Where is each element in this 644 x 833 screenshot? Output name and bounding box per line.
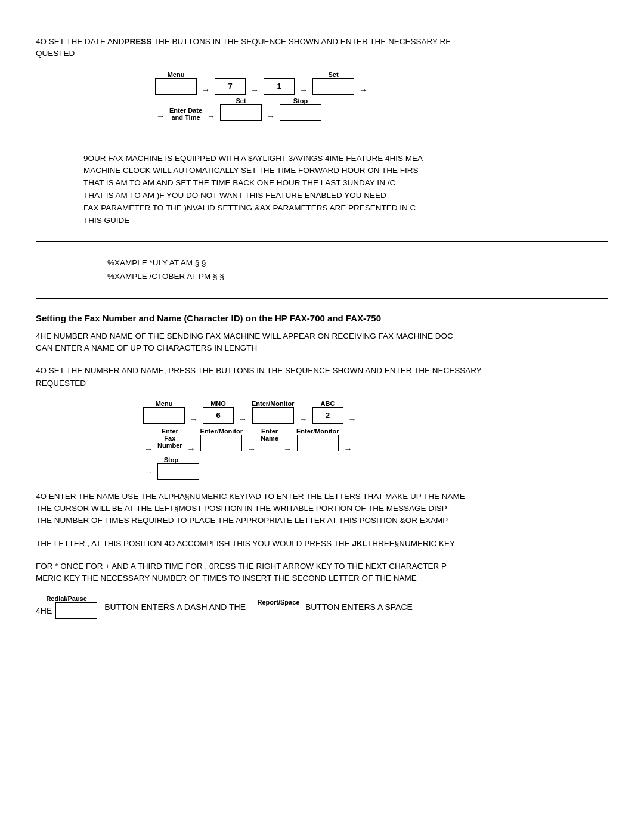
button-enters-dash: BUTTON ENTERS A DASH AND THE bbox=[104, 602, 246, 612]
daylight-line5: FAX PARAMETER TO THE )NVALID SETTING &AX… bbox=[83, 203, 416, 212]
fax-en-col: Enter Name bbox=[261, 428, 278, 442]
divider-2 bbox=[36, 241, 608, 242]
arrow-f9: → bbox=[344, 444, 352, 454]
stop-label: Stop bbox=[293, 97, 308, 104]
name-line5: FOR * ONCE FOR + AND A THIRD TIME FOR , … bbox=[36, 562, 447, 571]
arrow-4: → bbox=[359, 85, 367, 95]
fax-stop-col: Stop → bbox=[143, 456, 199, 480]
arrow-f1: → bbox=[190, 414, 198, 424]
seven-button[interactable]: 7 bbox=[215, 78, 246, 95]
set-button[interactable] bbox=[312, 78, 354, 95]
arrow-f8: → bbox=[283, 444, 292, 454]
intro-text: 4O SET THE DATE ANDPRESS THE BUTTONS IN … bbox=[36, 36, 608, 60]
arrow-6: → bbox=[207, 112, 215, 121]
fax-line3: 4O SET THE bbox=[36, 366, 82, 375]
daylight-block: 9OUR FAX MACHINE IS EQUIPPED WITH A $AYL… bbox=[36, 153, 608, 228]
fax-menu-label: Menu bbox=[156, 400, 173, 407]
fax-enter-label: Enter bbox=[162, 428, 178, 435]
sequence-row-1: Menu → 7 → 1 → Set → bbox=[155, 71, 608, 95]
arrow-f7: → bbox=[247, 444, 256, 454]
intro-line2: QUESTED bbox=[36, 49, 75, 58]
arrow-3: → bbox=[299, 85, 308, 95]
fax-menu-button[interactable] bbox=[143, 407, 185, 424]
divider-3 bbox=[36, 298, 608, 299]
arrow-f6: → bbox=[187, 444, 196, 454]
divider-1 bbox=[36, 138, 608, 138]
menu-col: Menu bbox=[155, 71, 197, 95]
name-line2: THE CURSOR WILL BE AT THE LEFT§MOST POSI… bbox=[36, 504, 447, 513]
arrow-5: → bbox=[156, 112, 165, 121]
fax-em-col: Enter/Monitor bbox=[252, 400, 295, 424]
fax-enter-name-label: Enter bbox=[261, 428, 278, 435]
intro-line1: 4O SET THE DATE AND bbox=[36, 37, 125, 46]
menu-button[interactable] bbox=[155, 78, 197, 95]
redial-button[interactable] bbox=[55, 602, 97, 619]
button-enters-text: BUTTON ENTERS A DASH AND THE bbox=[104, 602, 246, 612]
fax-line2: CAN ENTER A NAME OF UP TO CHARACTERS IN … bbox=[36, 343, 257, 352]
fax-fax-label: Fax bbox=[164, 435, 175, 442]
arrow-f10: → bbox=[144, 467, 153, 476]
name-entry-text3: FOR * ONCE FOR + AND A THIRD TIME FOR , … bbox=[36, 561, 608, 585]
fax-em-button[interactable] bbox=[252, 407, 294, 424]
redial-label: Redial/Pause bbox=[46, 595, 86, 602]
set2-col: Set bbox=[220, 97, 262, 121]
sequence-row-2: → Enter Date and Time → Set → Stop bbox=[155, 97, 608, 121]
arrow-f5: → bbox=[144, 444, 153, 454]
redial-col: Redial/Pause 4HE bbox=[36, 595, 97, 619]
fax-em3-button[interactable] bbox=[297, 435, 339, 451]
fax-name-label: Name bbox=[261, 435, 278, 442]
one-col: 1 bbox=[264, 78, 295, 95]
name-entry-text: 4O ENTER THE NAME USE THE ALPHA§NUMERIC … bbox=[36, 491, 608, 527]
fax-em2-button[interactable] bbox=[200, 435, 242, 451]
button-enters-space: BUTTON ENTERS A SPACE bbox=[305, 602, 413, 612]
set2-button[interactable] bbox=[220, 104, 262, 121]
enter-date-col: Enter Date and Time bbox=[169, 107, 202, 121]
arrow-f4: → bbox=[348, 414, 357, 424]
set-label-top: Set bbox=[328, 71, 338, 78]
example-line2: %XAMPLE /CTOBER AT PM § § bbox=[107, 270, 537, 284]
arrow-7: → bbox=[267, 112, 275, 121]
fax-enter-col: Enter Fax Number bbox=[157, 428, 182, 449]
fax-abc-label: ABC bbox=[321, 400, 335, 407]
fax-heading: Setting the Fax Number and Name (Charact… bbox=[36, 313, 608, 323]
fax-seq-row2: → Enter Fax Number → Enter/Monitor → Ent… bbox=[143, 428, 608, 454]
name-line6: MERIC KEY THE NECESSARY NUMBER OF TIMES … bbox=[36, 574, 417, 583]
redial-row: Redial/Pause 4HE BUTTON ENTERS A DASH AN… bbox=[36, 595, 608, 619]
intro-press: PRESS bbox=[125, 37, 152, 46]
arrow-f2: → bbox=[239, 414, 247, 424]
fax-desc-1: 4HE NUMBER AND NAME OF THE SENDING FAX M… bbox=[36, 330, 608, 355]
seven-col: 7 bbox=[215, 78, 246, 95]
fax-menu-col: Menu bbox=[143, 400, 185, 424]
fax-line4: REQUESTED bbox=[36, 379, 86, 388]
fax-two-button[interactable]: 2 bbox=[312, 407, 343, 424]
enter-date-label: Enter Date bbox=[169, 107, 202, 114]
examples-block: %XAMPLE *ULY AT AM § § %XAMPLE /CTOBER A… bbox=[36, 256, 608, 284]
fax-em2-col: Enter/Monitor bbox=[200, 428, 243, 451]
fax-line3d: , PRESS THE BUTTONS IN THE SEQUENCE SHOW… bbox=[164, 366, 482, 375]
menu-label: Menu bbox=[168, 71, 185, 78]
fax-em3-label: Enter/Monitor bbox=[296, 428, 339, 435]
daylight-line6: THIS GUIDE bbox=[83, 216, 129, 225]
one-button[interactable]: 1 bbox=[264, 78, 295, 95]
name-line3: THE NUMBER OF TIMES REQUIRED TO PLACE TH… bbox=[36, 516, 448, 525]
fax-abc-col: ABC 2 bbox=[312, 400, 343, 424]
name-line4a: THE LETTER , AT THIS POSITION 4O ACCOMPL… bbox=[36, 539, 352, 548]
daylight-line1: 9OUR FAX MACHINE IS EQUIPPED WITH A $AYL… bbox=[83, 154, 423, 163]
fax-stop-button[interactable] bbox=[157, 463, 199, 480]
fax-mno-label: MNO bbox=[210, 400, 226, 407]
fax-desc-2: 4O SET THE NUMBER AND NAME, PRESS THE BU… bbox=[36, 365, 608, 389]
redial-line: 4HE bbox=[36, 606, 52, 615]
fax-six-button[interactable]: 6 bbox=[203, 407, 234, 424]
set-col: Set bbox=[312, 71, 354, 95]
intro-line1b: THE BUTTONS IN THE SEQUENCE SHOWN AND EN… bbox=[151, 37, 451, 46]
jkl-text: JKL bbox=[352, 539, 367, 548]
fax-em3-col: Enter/Monitor bbox=[296, 428, 339, 451]
arrow-f3: → bbox=[299, 414, 308, 424]
name-entry-text2: THE LETTER , AT THIS POSITION 4O ACCOMPL… bbox=[36, 538, 608, 550]
name-line1: 4O ENTER THE NAME USE THE ALPHA§NUMERIC … bbox=[36, 492, 465, 501]
fax-seq-row3: Stop → bbox=[143, 456, 608, 480]
stop-button[interactable] bbox=[280, 104, 321, 121]
fax-em2-label: Enter/Monitor bbox=[200, 428, 243, 435]
stop-col: Stop bbox=[280, 97, 321, 121]
intro-section: 4O SET THE DATE ANDPRESS THE BUTTONS IN … bbox=[36, 36, 608, 121]
